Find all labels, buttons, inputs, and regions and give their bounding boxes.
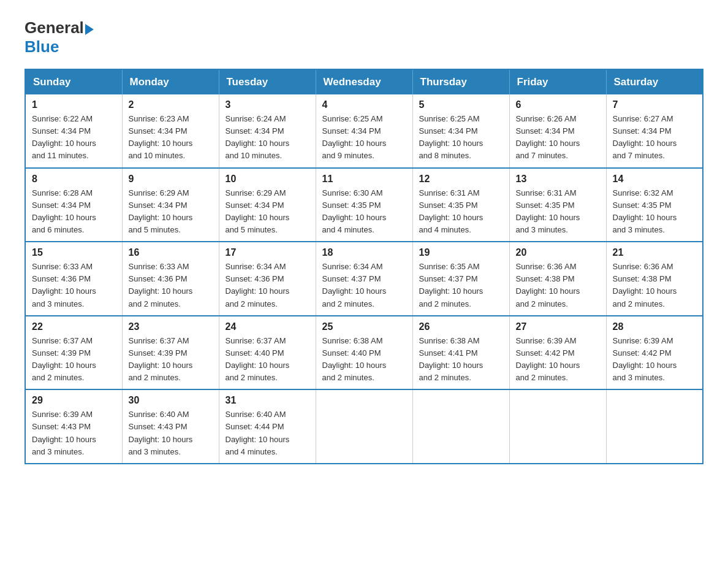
page-header: General Blue — [25, 18, 703, 56]
day-number: 3 — [226, 99, 309, 110]
day-number: 22 — [32, 321, 116, 332]
day-info: Sunrise: 6:28 AMSunset: 4:34 PMDaylight:… — [32, 187, 116, 237]
day-number: 2 — [129, 99, 213, 110]
day-info: Sunrise: 6:40 AMSunset: 4:44 PMDaylight:… — [226, 408, 309, 458]
calendar-day-cell: 16Sunrise: 6:33 AMSunset: 4:36 PMDayligh… — [122, 242, 219, 316]
calendar-day-cell: 1Sunrise: 6:22 AMSunset: 4:34 PMDaylight… — [25, 94, 122, 168]
day-number: 27 — [516, 321, 600, 332]
day-number: 1 — [32, 99, 116, 110]
day-info: Sunrise: 6:37 AMSunset: 4:39 PMDaylight:… — [32, 335, 116, 385]
day-number: 25 — [322, 321, 406, 332]
calendar-day-cell: 10Sunrise: 6:29 AMSunset: 4:34 PMDayligh… — [219, 168, 316, 242]
day-number: 8 — [32, 174, 116, 185]
calendar-day-cell: 15Sunrise: 6:33 AMSunset: 4:36 PMDayligh… — [25, 242, 122, 316]
logo: General Blue — [25, 18, 95, 56]
calendar-day-cell: 28Sunrise: 6:39 AMSunset: 4:42 PMDayligh… — [606, 316, 703, 390]
day-number: 23 — [129, 321, 213, 332]
calendar-body: 1Sunrise: 6:22 AMSunset: 4:34 PMDaylight… — [25, 94, 703, 464]
day-info: Sunrise: 6:31 AMSunset: 4:35 PMDaylight:… — [516, 187, 600, 237]
calendar-day-cell: 12Sunrise: 6:31 AMSunset: 4:35 PMDayligh… — [412, 168, 509, 242]
calendar-day-cell: 20Sunrise: 6:36 AMSunset: 4:38 PMDayligh… — [509, 242, 606, 316]
day-info: Sunrise: 6:39 AMSunset: 4:42 PMDaylight:… — [516, 335, 600, 385]
calendar-week-row: 8Sunrise: 6:28 AMSunset: 4:34 PMDaylight… — [25, 168, 703, 242]
day-info: Sunrise: 6:35 AMSunset: 4:37 PMDaylight:… — [419, 261, 503, 310]
day-number: 13 — [516, 174, 600, 185]
day-number: 4 — [322, 99, 406, 110]
day-info: Sunrise: 6:22 AMSunset: 4:34 PMDaylight:… — [32, 113, 116, 163]
day-number: 29 — [32, 395, 116, 406]
day-info: Sunrise: 6:39 AMSunset: 4:42 PMDaylight:… — [613, 335, 697, 385]
day-info: Sunrise: 6:30 AMSunset: 4:35 PMDaylight:… — [322, 187, 406, 237]
day-info: Sunrise: 6:24 AMSunset: 4:34 PMDaylight:… — [226, 113, 309, 163]
day-info: Sunrise: 6:32 AMSunset: 4:35 PMDaylight:… — [613, 187, 697, 237]
day-number: 12 — [419, 174, 503, 185]
day-number: 5 — [419, 99, 503, 110]
calendar-day-cell: 11Sunrise: 6:30 AMSunset: 4:35 PMDayligh… — [316, 168, 412, 242]
day-info: Sunrise: 6:40 AMSunset: 4:43 PMDaylight:… — [129, 408, 213, 458]
calendar-day-cell: 2Sunrise: 6:23 AMSunset: 4:34 PMDaylight… — [122, 94, 219, 168]
weekday-header-tuesday: Tuesday — [219, 69, 316, 94]
day-info: Sunrise: 6:37 AMSunset: 4:39 PMDaylight:… — [129, 335, 213, 385]
calendar-day-cell: 21Sunrise: 6:36 AMSunset: 4:38 PMDayligh… — [606, 242, 703, 316]
day-number: 18 — [322, 247, 406, 258]
calendar-day-cell: 25Sunrise: 6:38 AMSunset: 4:40 PMDayligh… — [316, 316, 412, 390]
weekday-header-row: SundayMondayTuesdayWednesdayThursdayFrid… — [25, 69, 703, 94]
calendar-day-cell: 27Sunrise: 6:39 AMSunset: 4:42 PMDayligh… — [509, 316, 606, 390]
day-info: Sunrise: 6:38 AMSunset: 4:40 PMDaylight:… — [322, 335, 406, 385]
day-info: Sunrise: 6:33 AMSunset: 4:36 PMDaylight:… — [32, 261, 116, 310]
calendar-day-cell: 19Sunrise: 6:35 AMSunset: 4:37 PMDayligh… — [412, 242, 509, 316]
day-number: 17 — [226, 247, 309, 258]
day-number: 10 — [226, 174, 309, 185]
calendar-day-cell: 14Sunrise: 6:32 AMSunset: 4:35 PMDayligh… — [606, 168, 703, 242]
day-info: Sunrise: 6:37 AMSunset: 4:40 PMDaylight:… — [226, 335, 309, 385]
day-number: 21 — [613, 247, 697, 258]
day-info: Sunrise: 6:25 AMSunset: 4:34 PMDaylight:… — [322, 113, 406, 163]
day-number: 15 — [32, 247, 116, 258]
day-number: 20 — [516, 247, 600, 258]
day-number: 7 — [613, 99, 697, 110]
day-info: Sunrise: 6:23 AMSunset: 4:34 PMDaylight:… — [129, 113, 213, 163]
calendar-day-cell — [412, 389, 509, 464]
calendar-week-row: 29Sunrise: 6:39 AMSunset: 4:43 PMDayligh… — [25, 389, 703, 464]
logo-text-general: General — [25, 18, 84, 37]
calendar-day-cell — [316, 389, 412, 464]
calendar-day-cell: 6Sunrise: 6:26 AMSunset: 4:34 PMDaylight… — [509, 94, 606, 168]
day-number: 30 — [129, 395, 213, 406]
calendar-day-cell — [606, 389, 703, 464]
day-number: 16 — [129, 247, 213, 258]
calendar-day-cell: 7Sunrise: 6:27 AMSunset: 4:34 PMDaylight… — [606, 94, 703, 168]
day-info: Sunrise: 6:34 AMSunset: 4:37 PMDaylight:… — [322, 261, 406, 310]
calendar-day-cell: 26Sunrise: 6:38 AMSunset: 4:41 PMDayligh… — [412, 316, 509, 390]
calendar-day-cell: 24Sunrise: 6:37 AMSunset: 4:40 PMDayligh… — [219, 316, 316, 390]
day-info: Sunrise: 6:26 AMSunset: 4:34 PMDaylight:… — [516, 113, 600, 163]
logo-wordmark: General Blue — [25, 18, 95, 56]
calendar-day-cell: 8Sunrise: 6:28 AMSunset: 4:34 PMDaylight… — [25, 168, 122, 242]
day-info: Sunrise: 6:36 AMSunset: 4:38 PMDaylight:… — [613, 261, 697, 310]
day-info: Sunrise: 6:33 AMSunset: 4:36 PMDaylight:… — [129, 261, 213, 310]
day-info: Sunrise: 6:34 AMSunset: 4:36 PMDaylight:… — [226, 261, 309, 310]
calendar-day-cell — [509, 389, 606, 464]
day-number: 14 — [613, 174, 697, 185]
logo-triangle-icon — [85, 24, 94, 35]
logo-text-blue: Blue — [25, 37, 59, 56]
calendar-day-cell: 22Sunrise: 6:37 AMSunset: 4:39 PMDayligh… — [25, 316, 122, 390]
calendar-day-cell: 29Sunrise: 6:39 AMSunset: 4:43 PMDayligh… — [25, 389, 122, 464]
day-number: 28 — [613, 321, 697, 332]
calendar-day-cell: 13Sunrise: 6:31 AMSunset: 4:35 PMDayligh… — [509, 168, 606, 242]
weekday-header-wednesday: Wednesday — [316, 69, 412, 94]
calendar-day-cell: 3Sunrise: 6:24 AMSunset: 4:34 PMDaylight… — [219, 94, 316, 168]
calendar-week-row: 22Sunrise: 6:37 AMSunset: 4:39 PMDayligh… — [25, 316, 703, 390]
day-info: Sunrise: 6:25 AMSunset: 4:34 PMDaylight:… — [419, 113, 503, 163]
calendar-day-cell: 23Sunrise: 6:37 AMSunset: 4:39 PMDayligh… — [122, 316, 219, 390]
calendar-table: SundayMondayTuesdayWednesdayThursdayFrid… — [25, 69, 703, 464]
weekday-header-monday: Monday — [122, 69, 219, 94]
day-info: Sunrise: 6:29 AMSunset: 4:34 PMDaylight:… — [129, 187, 213, 237]
day-info: Sunrise: 6:27 AMSunset: 4:34 PMDaylight:… — [613, 113, 697, 163]
calendar-week-row: 1Sunrise: 6:22 AMSunset: 4:34 PMDaylight… — [25, 94, 703, 168]
calendar-day-cell: 5Sunrise: 6:25 AMSunset: 4:34 PMDaylight… — [412, 94, 509, 168]
day-number: 6 — [516, 99, 600, 110]
weekday-header-sunday: Sunday — [25, 69, 122, 94]
calendar-day-cell: 18Sunrise: 6:34 AMSunset: 4:37 PMDayligh… — [316, 242, 412, 316]
calendar-header: SundayMondayTuesdayWednesdayThursdayFrid… — [25, 69, 703, 94]
day-number: 31 — [226, 395, 309, 406]
